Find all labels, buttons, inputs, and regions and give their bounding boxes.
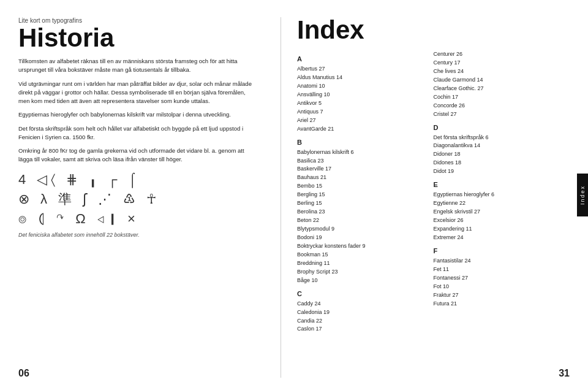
index-Diagonalantikva: Diagonalantikva 14 (434, 142, 570, 150)
index-Bauhaus: Bauhaus 21 (297, 174, 434, 182)
index-Blytypsmodul: Blytypsmodul 9 (297, 225, 434, 234)
index-Bergling: Bergling 15 (297, 191, 434, 199)
letter-E: E (434, 180, 570, 190)
index-Cochin: Cochin 17 (434, 93, 570, 102)
index-Ansvalning: Ansvälling 10 (297, 91, 434, 99)
index-ClaudeGarmond: Claude Garmond 14 (434, 76, 570, 85)
index-Bookman: Bookman 15 (297, 251, 434, 259)
index-content: A Albertus 27 Aldus Manutius 14 Anatomi … (297, 50, 570, 378)
symbol-row-1: 4 ◁〈 ⋕ ╻ ┌ ⌠ (18, 172, 257, 188)
letter-A: A (297, 54, 434, 64)
index-column-2: Centurer 26 Century 17 Che lives 24 Clau… (434, 50, 570, 378)
index-Fraktur: Fraktur 27 (434, 291, 570, 300)
alphabet-caption: Det feniciska alfabetet som innehöll 22 … (18, 232, 257, 238)
index-Didoner: Didoner 18 (434, 150, 570, 159)
index-Caslon: Caslon 17 (297, 325, 434, 334)
index-AldusManutius: Aldus Manutius 14 (297, 74, 434, 82)
index-Didot: Didot 19 (434, 167, 570, 176)
index-Beton: Beton 22 (297, 216, 434, 225)
index-Bembo: Bembo 15 (297, 182, 434, 191)
index-Fontanessi: Fontanessi 27 (434, 274, 570, 283)
index-Breddning: Breddning 11 (297, 259, 434, 268)
page-number-left: 06 (18, 368, 29, 379)
index-title: Index (297, 17, 570, 43)
paragraph-3: Egyptiernas hieroglyfer och babylonernas… (18, 110, 257, 119)
paragraph-2: Vid utgrävningar runt om i världen har m… (18, 80, 257, 106)
phoenician-alphabet: 4 ◁〈 ⋕ ╻ ┌ ⌠ ⊗ λ 準 ʃ ⋰ ♳ ☥ ⌾ ⦇ ↷ Ω ◁❙ × (18, 172, 257, 227)
index-Ariel: Ariel 27 (297, 117, 434, 125)
left-column: Lite kort om typografins Historia Tillko… (18, 17, 276, 378)
index-Centurer: Centurer 26 (434, 50, 570, 59)
letter-C: C (297, 289, 434, 299)
index-Futura: Futura 21 (434, 300, 570, 308)
index-Baskerville: Baskerville 17 (297, 165, 434, 174)
paragraph-4: Det första skriftspråk som helt och håll… (18, 124, 257, 142)
letter-B: B (297, 137, 434, 148)
page-number-right: 31 (559, 368, 570, 379)
paragraph-1: Tillkomsten av alfabetet räknas till en … (18, 57, 257, 75)
index-Bodoni: Bodoni 19 (297, 234, 434, 242)
index-Extremer: Extremer 24 (434, 234, 570, 242)
symbol-row-2: ⊗ λ 準 ʃ ⋰ ♳ ☥ (18, 190, 257, 208)
index-Century: Century 17 (434, 59, 570, 67)
index-Antikvor: Antikvor 5 (297, 99, 434, 108)
index-Expandering: Expandering 11 (434, 225, 570, 234)
paragraph-5: Omkring år 800 fKr tog de gamla grekerna… (18, 147, 257, 164)
index-Caledonia: Caledonia 19 (297, 308, 434, 317)
symbol-row-3: ⌾ ⦇ ↷ Ω ◁❙ × (18, 211, 257, 227)
index-Albertus: Albertus 27 (297, 65, 434, 74)
index-EngelskaSkrivstil: Engelsk skrivstil 27 (434, 208, 570, 216)
index-Concorde: Concorde 26 (434, 102, 570, 110)
index-Anatomi: Anatomi 10 (297, 82, 434, 91)
index-BoktrManager: Boktryckar konstens fader 9 (297, 242, 434, 251)
index-Berling: Berling 15 (297, 199, 434, 208)
main-title: Historia (18, 25, 257, 51)
index-Egytienne: Egytienne 22 (434, 199, 570, 208)
index-Bage: Båge 10 (297, 277, 434, 285)
index-BrophyScript: Brophy Script 23 (297, 268, 434, 277)
index-Berolina: Berolina 23 (297, 208, 434, 216)
index-Candia: Candia 22 (297, 317, 434, 326)
index-Fet: Fet 11 (434, 266, 570, 274)
index-Fantasistilar: Fantasistilar 24 (434, 257, 570, 266)
index-AvantGarde: AvantGarde 21 (297, 125, 434, 134)
index-Cristel: Cristel 27 (434, 110, 570, 119)
index-Excelsior: Excelsior 26 (434, 216, 570, 225)
index-CheLives: Che lives 24 (434, 67, 570, 76)
right-column: Index A Albertus 27 Aldus Manutius 14 An… (286, 17, 570, 378)
index-DetForsta: Det första skriftspråk 6 (434, 134, 570, 142)
column-divider (281, 17, 281, 378)
index-Fot: Fot 10 (434, 283, 570, 291)
index-column-1: A Albertus 27 Aldus Manutius 14 Anatomi … (297, 50, 434, 378)
letter-D: D (434, 123, 570, 133)
index-Didones: Didones 18 (434, 159, 570, 167)
index-Caddy: Caddy 24 (297, 300, 434, 308)
letter-F: F (434, 246, 570, 256)
index-Antiquus: Antiquus 7 (297, 108, 434, 117)
index-Basilica: Basilica 23 (297, 157, 434, 166)
index-BabyloniansKilskrift: Babylonernas kilskrift 6 (297, 148, 434, 157)
index-ClearfaceGothic: Clearface Gothic. 27 (434, 85, 570, 93)
index-EgyptiernasHieroglyfer: Egyptiernas hieroglyfer 6 (434, 191, 570, 199)
index-side-tab: Index (577, 174, 588, 216)
